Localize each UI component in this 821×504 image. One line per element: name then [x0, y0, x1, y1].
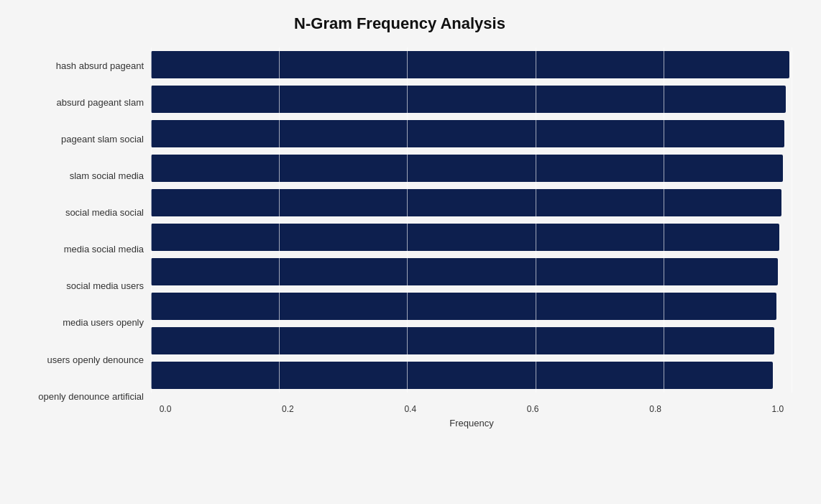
bar — [151, 120, 784, 147]
y-axis-label: media social media — [64, 244, 144, 255]
bar — [151, 86, 786, 113]
x-axis-tick-label: 0.0 — [151, 404, 180, 414]
y-axis-label: social media users — [66, 280, 144, 292]
bar-row — [151, 116, 792, 151]
y-axis-label: hash absurd pageant — [56, 60, 144, 72]
bars-wrapper — [151, 47, 792, 400]
y-axis-label: slam social media — [70, 170, 144, 182]
bar-row — [151, 185, 792, 220]
bars-area — [151, 47, 792, 393]
bar-row — [151, 47, 792, 82]
x-axis-tick-label: 1.0 — [763, 404, 792, 414]
bar-row — [151, 82, 792, 116]
bar — [151, 258, 778, 285]
y-axis-label: openly denounce artificial — [38, 391, 144, 403]
bar-row — [151, 255, 792, 289]
chart-container: N-Gram Frequency Analysis hash absurd pa… — [0, 0, 821, 504]
bar-row — [151, 324, 792, 358]
bar — [151, 293, 776, 320]
bar-row — [151, 289, 792, 324]
chart-area: hash absurd pageantabsurd pageant slampa… — [7, 47, 792, 436]
bar — [151, 155, 783, 182]
x-axis-tick-label: 0.8 — [641, 404, 670, 414]
bar-row — [151, 220, 792, 255]
y-axis-labels: hash absurd pageantabsurd pageant slampa… — [7, 47, 151, 436]
bars-and-x: 0.00.20.40.60.81.0 Frequency — [151, 47, 792, 436]
y-axis-label: media users openly — [63, 317, 144, 329]
bar — [151, 224, 779, 251]
bar — [151, 189, 781, 216]
y-axis-label: absurd pageant slam — [57, 97, 144, 109]
y-axis-label: social media social — [65, 207, 144, 219]
bar-row — [151, 151, 792, 185]
x-axis-tick-label: 0.6 — [518, 404, 547, 414]
chart-title: N-Gram Frequency Analysis — [7, 14, 792, 33]
y-axis-label: pageant slam social — [61, 134, 144, 145]
x-axis-labels: 0.00.20.40.60.81.0 — [151, 400, 792, 414]
x-axis-title: Frequency — [151, 418, 792, 429]
bar — [151, 51, 789, 78]
bar-row — [151, 358, 792, 393]
x-axis: 0.00.20.40.60.81.0 Frequency — [151, 400, 792, 436]
x-axis-tick-label: 0.4 — [396, 404, 425, 414]
x-axis-tick-label: 0.2 — [273, 404, 302, 414]
bar — [151, 362, 773, 389]
y-axis-label: users openly denounce — [47, 354, 144, 366]
bar — [151, 327, 774, 354]
